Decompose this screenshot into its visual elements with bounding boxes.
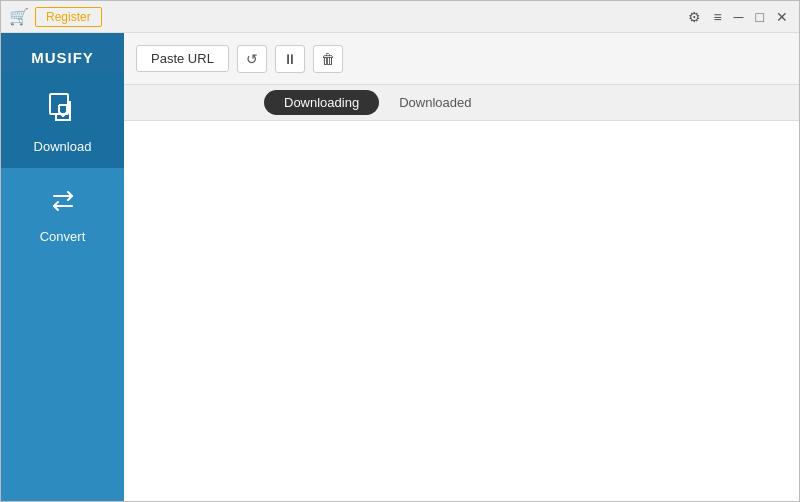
minimize-icon[interactable]: ─ [731, 9, 747, 25]
main-content-area [124, 121, 799, 502]
titlebar-left: 🛒 Register [9, 7, 102, 27]
delete-button[interactable]: 🗑 [313, 45, 343, 73]
app-body: MUSIFY Download [1, 33, 799, 502]
toolbar: Paste URL ↺ ⏸ 🗑 [124, 33, 799, 85]
register-button[interactable]: Register [35, 7, 102, 27]
pause-icon: ⏸ [283, 51, 297, 67]
app-title: MUSIFY [1, 41, 124, 66]
delete-icon: 🗑 [321, 51, 335, 67]
maximize-icon[interactable]: □ [753, 9, 767, 25]
paste-url-button[interactable]: Paste URL [136, 45, 229, 72]
sidebar-item-download-label: Download [34, 139, 92, 154]
sidebar-item-convert-label: Convert [40, 229, 86, 244]
tab-bar: Downloading Downloaded [124, 85, 799, 121]
titlebar-controls: ⚙ ≡ ─ □ ✕ [685, 9, 791, 25]
close-icon[interactable]: ✕ [773, 9, 791, 25]
menu-icon[interactable]: ≡ [710, 9, 724, 25]
cart-icon: 🛒 [9, 7, 29, 26]
tab-downloading[interactable]: Downloading [264, 90, 379, 115]
content-area: Paste URL ↺ ⏸ 🗑 Downloading Downloaded [124, 33, 799, 502]
pause-button[interactable]: ⏸ [275, 45, 305, 73]
titlebar: 🛒 Register ⚙ ≡ ─ □ ✕ [1, 1, 799, 33]
sidebar: MUSIFY Download [1, 33, 124, 502]
sidebar-item-convert[interactable]: Convert [1, 168, 124, 258]
sidebar-item-download[interactable]: Download [1, 74, 124, 168]
sidebar-title-area: MUSIFY [1, 33, 124, 74]
download-icon [46, 92, 80, 133]
refresh-button[interactable]: ↺ [237, 45, 267, 73]
tab-downloaded[interactable]: Downloaded [379, 90, 491, 115]
convert-icon [48, 186, 78, 223]
gear-icon[interactable]: ⚙ [685, 9, 704, 25]
refresh-icon: ↺ [246, 51, 258, 67]
